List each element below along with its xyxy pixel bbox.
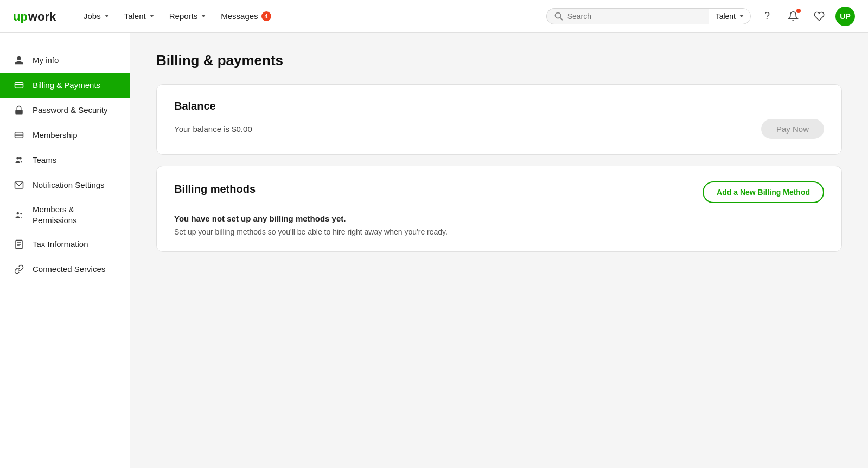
notification-badge xyxy=(796,9,801,13)
balance-text: Your balance is $0.00 xyxy=(174,124,252,134)
sidebar-label-connected-services: Connected Services xyxy=(33,264,105,275)
sidebar-item-billing-payments[interactable]: Billing & Payments xyxy=(0,73,130,98)
sidebar-label-password: Password & Security xyxy=(33,105,107,116)
svg-point-8 xyxy=(17,157,20,160)
svg-point-2 xyxy=(555,12,560,18)
nav-item-messages[interactable]: Messages 4 xyxy=(214,7,277,26)
svg-text:work: work xyxy=(28,10,56,23)
talent-filter-label: Talent xyxy=(716,12,736,21)
svg-point-9 xyxy=(19,157,22,160)
envelope-icon xyxy=(13,179,25,191)
logo[interactable]: up work xyxy=(13,9,62,24)
sidebar-item-password-security[interactable]: Password & Security xyxy=(0,98,130,123)
balance-card-title: Balance xyxy=(174,100,824,112)
svg-point-12 xyxy=(20,213,22,214)
person-icon xyxy=(13,54,25,66)
sidebar-label-membership: Membership xyxy=(33,130,78,141)
sidebar-item-members-permissions[interactable]: Members & Permissions xyxy=(0,198,130,232)
nav-item-talent[interactable]: Talent xyxy=(118,7,161,25)
chevron-down-icon xyxy=(150,15,154,17)
svg-point-11 xyxy=(17,212,20,214)
billing-methods-title: Billing methods xyxy=(174,183,256,195)
messages-badge: 4 xyxy=(261,11,271,21)
lock-icon xyxy=(13,104,25,116)
svg-rect-4 xyxy=(15,83,23,88)
search-icon xyxy=(554,12,563,21)
card-icon xyxy=(13,129,25,141)
nav-label-jobs: Jobs xyxy=(84,11,101,21)
nav-label-talent: Talent xyxy=(124,11,146,21)
svg-rect-7 xyxy=(15,135,23,136)
billing-methods-card: Billing methods Add a New Billing Method… xyxy=(156,166,842,252)
balance-row: Your balance is $0.00 Pay Now xyxy=(174,119,824,139)
nav-item-jobs[interactable]: Jobs xyxy=(77,7,116,25)
sidebar-item-notification-settings[interactable]: Notification Settings xyxy=(0,173,130,198)
sidebar-label-teams: Teams xyxy=(33,155,56,166)
chevron-down-icon xyxy=(105,15,109,17)
link-icon xyxy=(13,263,25,275)
user-avatar[interactable]: UP xyxy=(835,7,855,26)
page-layout: My info Billing & Payments Password & Se… xyxy=(0,33,868,468)
pay-now-button[interactable]: Pay Now xyxy=(761,119,824,139)
chevron-down-icon xyxy=(201,15,206,17)
main-nav: Jobs Talent Reports Messages 4 xyxy=(77,7,546,26)
chevron-down-icon xyxy=(739,15,744,17)
heart-icon xyxy=(814,11,825,22)
sidebar-label-billing: Billing & Payments xyxy=(33,80,100,91)
teams-icon xyxy=(13,154,25,166)
search-input[interactable] xyxy=(567,12,665,21)
favorites-button[interactable] xyxy=(809,7,829,26)
header-right: Talent ? UP xyxy=(546,7,855,26)
search-bar[interactable] xyxy=(546,8,709,24)
billing-icon xyxy=(13,79,25,91)
page-title: Billing & payments xyxy=(156,52,842,69)
nav-label-reports: Reports xyxy=(169,11,198,21)
sidebar: My info Billing & Payments Password & Se… xyxy=(0,33,130,468)
nav-item-reports[interactable]: Reports xyxy=(163,7,213,25)
sidebar-item-membership[interactable]: Membership xyxy=(0,123,130,148)
header: up work Jobs Talent Reports Messages 4 xyxy=(0,0,868,33)
sidebar-label-tax: Tax Information xyxy=(33,239,88,250)
sidebar-label-notifications: Notification Settings xyxy=(33,180,105,191)
balance-card: Balance Your balance is $0.00 Pay Now xyxy=(156,84,842,155)
sidebar-label-my-info: My info xyxy=(33,55,59,66)
sidebar-item-tax-information[interactable]: Tax Information xyxy=(0,232,130,257)
sidebar-item-teams[interactable]: Teams xyxy=(0,148,130,173)
add-billing-method-button[interactable]: Add a New Billing Method xyxy=(703,181,824,203)
billing-empty-subtext: Set up your billing methods so you'll be… xyxy=(174,227,824,236)
members-icon xyxy=(13,209,25,221)
billing-empty-heading: You have not set up any billing methods … xyxy=(174,214,824,223)
talent-filter-dropdown[interactable]: Talent xyxy=(709,8,751,24)
sidebar-item-connected-services[interactable]: Connected Services xyxy=(0,257,130,282)
sidebar-item-my-info[interactable]: My info xyxy=(0,48,130,73)
main-content: Billing & payments Balance Your balance … xyxy=(130,33,868,468)
nav-label-messages: Messages xyxy=(221,11,258,21)
sidebar-label-members: Members & Permissions xyxy=(33,204,117,225)
help-button[interactable]: ? xyxy=(757,7,777,26)
svg-text:up: up xyxy=(13,10,28,23)
search-wrap: Talent xyxy=(546,8,751,24)
tax-icon xyxy=(13,238,25,250)
notifications-button[interactable] xyxy=(783,7,803,26)
svg-line-3 xyxy=(560,17,563,20)
billing-methods-header: Billing methods Add a New Billing Method xyxy=(174,181,824,203)
